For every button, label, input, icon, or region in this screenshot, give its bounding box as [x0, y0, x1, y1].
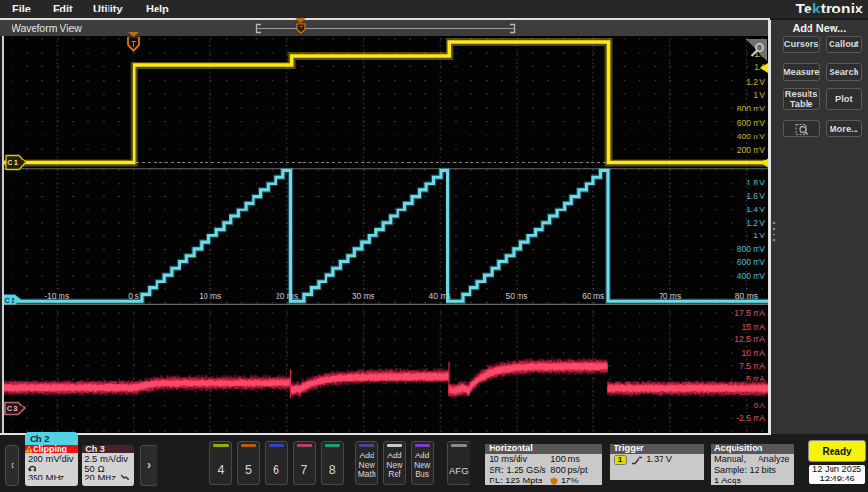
svg-text:30 ms: 30 ms — [352, 290, 374, 300]
svg-text:15 mA: 15 mA — [741, 321, 765, 331]
svg-text:1.2 V: 1.2 V — [746, 76, 765, 86]
svg-text:400 mV: 400 mV — [737, 270, 766, 280]
svg-text:0 A: 0 A — [754, 400, 766, 409]
svg-text:!: ! — [28, 447, 30, 453]
svg-text:-2.5 mA: -2.5 mA — [736, 413, 765, 423]
svg-text:T: T — [131, 38, 136, 48]
svg-text:10 ms: 10 ms — [199, 290, 221, 300]
svg-text:200 mV: 200 mV — [737, 145, 766, 155]
svg-text:10 mA: 10 mA — [741, 347, 765, 357]
svg-text:7.5 mA: 7.5 mA — [739, 360, 765, 370]
svg-text:C 3: C 3 — [7, 405, 18, 413]
svg-text:800 mV: 800 mV — [737, 104, 766, 113]
svg-text:600 mV: 600 mV — [737, 258, 766, 267]
svg-text:1 V: 1 V — [753, 231, 765, 240]
svg-text:400 mV: 400 mV — [737, 131, 766, 140]
svg-text:800 mV: 800 mV — [737, 244, 766, 254]
svg-text:17.5 mA: 17.5 mA — [735, 308, 765, 318]
svg-text:1.4 V: 1.4 V — [746, 204, 765, 213]
svg-text:1.8 V: 1.8 V — [746, 178, 765, 187]
svg-text:C 1: C 1 — [7, 159, 18, 167]
svg-text:50 ms: 50 ms — [505, 290, 527, 300]
svg-text:600 mV: 600 mV — [737, 117, 766, 127]
svg-text:12.5 mA: 12.5 mA — [735, 334, 765, 344]
svg-text:1.6 V: 1.6 V — [746, 191, 765, 201]
svg-text:60 ms: 60 ms — [582, 290, 604, 300]
svg-text:C 2: C 2 — [5, 297, 15, 304]
svg-text:1.2 V: 1.2 V — [746, 217, 765, 227]
svg-text:1 V: 1 V — [753, 90, 765, 100]
svg-text:T: T — [300, 24, 303, 31]
